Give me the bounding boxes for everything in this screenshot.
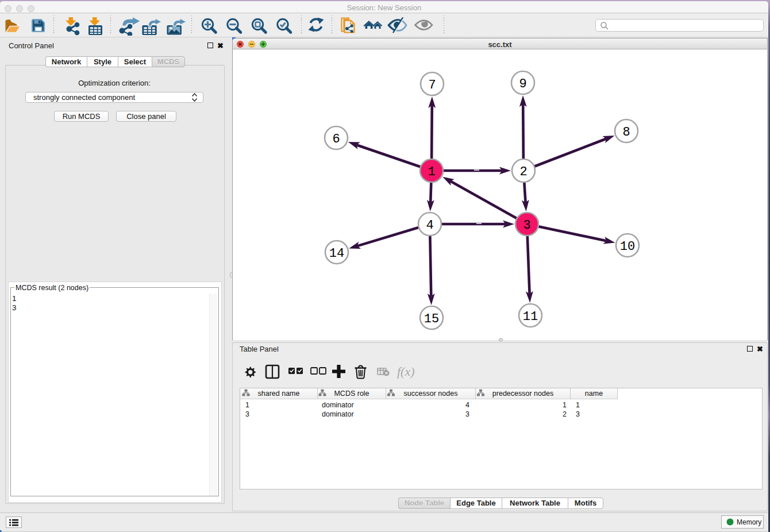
svg-text:6: 6 xyxy=(332,132,340,147)
svg-text:f(x): f(x) xyxy=(397,364,415,379)
svg-text:1: 1 xyxy=(428,165,435,179)
svg-text:8: 8 xyxy=(622,125,630,140)
svg-text:2: 2 xyxy=(519,165,527,179)
svg-text:10: 10 xyxy=(620,240,635,254)
svg-text:11: 11 xyxy=(523,310,538,324)
svg-text:14: 14 xyxy=(329,246,344,261)
svg-text:9: 9 xyxy=(519,77,526,91)
svg-text:15: 15 xyxy=(424,312,439,326)
svg-text:3: 3 xyxy=(523,218,530,233)
svg-text:7: 7 xyxy=(428,78,436,92)
svg-text:4: 4 xyxy=(426,218,433,233)
